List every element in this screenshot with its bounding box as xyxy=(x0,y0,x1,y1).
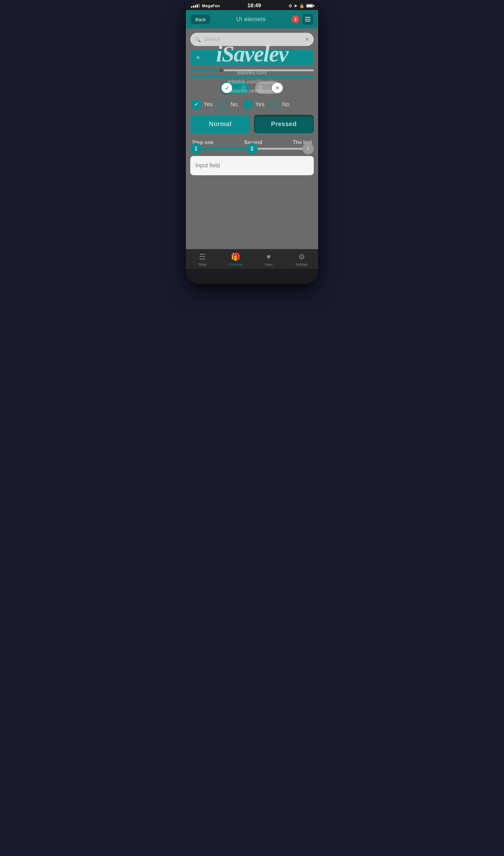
toggle-on[interactable]: ✓ xyxy=(220,82,249,94)
bottom-nav: ☰ Shop 🎁 UI elmnts ♥ Likes ⚙ Settings xyxy=(186,249,318,269)
status-right: ⊙ ➤ 🔒 xyxy=(289,3,313,8)
menu-button[interactable] xyxy=(302,14,313,24)
toggle-off[interactable]: ✕ xyxy=(255,82,284,94)
step-circle-1: 1 xyxy=(190,143,202,154)
step-circle-3: 3 xyxy=(302,143,314,154)
likes-icon: ♥ xyxy=(266,252,271,261)
menu-line-1 xyxy=(305,17,311,18)
settings-icon: ⚙ xyxy=(298,252,305,261)
checkbox-no-item: No xyxy=(218,100,237,109)
nav-header: Back UI elemets 2 xyxy=(186,10,318,28)
checkbox-yes-label: Yes xyxy=(203,101,213,108)
search-bar: 🔍 Search ✕ xyxy=(190,33,314,46)
signal-bar-1 xyxy=(191,6,192,7)
teal-button-label: e xyxy=(197,54,200,60)
phone-frame: MegaFon 18:49 ⊙ ➤ 🔒 Back UI elemets 2 xyxy=(186,0,318,284)
nav-right: 2 xyxy=(292,14,313,24)
checkbox-yes[interactable]: ✓ xyxy=(192,100,201,109)
page-title: UI elemets xyxy=(236,16,266,23)
checkbox-no[interactable] xyxy=(218,100,228,109)
radio-yes[interactable] xyxy=(243,100,253,109)
battery-fill xyxy=(307,5,312,7)
nav-item-ui[interactable]: 🎁 UI elmnts xyxy=(219,252,252,266)
signal-bar-5 xyxy=(198,4,200,7)
ui-icon: 🎁 xyxy=(231,252,240,261)
search-placeholder: Search xyxy=(203,36,302,42)
notification-badge[interactable]: 2 xyxy=(292,15,299,23)
toggle-thumb-off: ✕ xyxy=(272,83,283,93)
radio-no[interactable] xyxy=(270,100,280,109)
settings-label: Settings xyxy=(295,263,308,266)
signal-bar-4 xyxy=(197,4,198,7)
normal-button[interactable]: Normal xyxy=(190,115,250,133)
step-fill xyxy=(195,148,252,150)
ui-label: UI elmnts xyxy=(228,263,242,266)
slider-thumb-1[interactable] xyxy=(218,67,224,73)
buttons-row: Normal Pressed xyxy=(190,115,314,133)
step-circle-2: 2 xyxy=(246,143,258,154)
slider-track-2 xyxy=(190,76,314,77)
back-button[interactable]: Back xyxy=(191,15,210,24)
radio-no-label: No xyxy=(282,101,289,108)
carrier-name: MegaFon xyxy=(202,3,220,8)
search-clear-icon[interactable]: ✕ xyxy=(305,36,309,43)
location-icon: ➤ xyxy=(294,3,298,8)
battery-icon xyxy=(306,4,313,7)
radio-yes-item: Yes xyxy=(243,100,264,109)
step-track: 1 2 3 xyxy=(195,148,309,150)
toggle-lines-left xyxy=(258,86,263,90)
shop-label: Shop xyxy=(198,263,206,266)
search-icon: 🔍 xyxy=(195,37,201,42)
status-left: MegaFon xyxy=(191,3,220,8)
toggle-lines-right xyxy=(241,86,246,90)
nav-item-settings[interactable]: ⚙ Settings xyxy=(285,252,318,266)
toggle-check-icon: ✓ xyxy=(225,85,229,91)
checkbox-yes-item: ✓ Yes xyxy=(192,100,213,109)
signal-bar-3 xyxy=(195,5,196,7)
toggles-row: ✓ ✕ xyxy=(190,82,314,94)
slider-section xyxy=(190,69,314,77)
nav-item-likes[interactable]: ♥ Likes xyxy=(252,252,285,266)
lock-icon: 🔒 xyxy=(299,3,304,8)
main-content: iSavelev isavelev.com/dribbble.com/iSave… xyxy=(186,28,318,249)
likes-label: Likes xyxy=(265,263,273,266)
status-time: 18:49 xyxy=(247,2,261,9)
toggle-x-icon: ✕ xyxy=(275,85,280,91)
radio-no-item: No xyxy=(270,100,289,109)
toggle-thumb-on: ✓ xyxy=(221,83,232,93)
pressed-button[interactable]: Pressed xyxy=(254,115,314,133)
signal-bar-2 xyxy=(193,6,194,7)
checkbox-check: ✓ xyxy=(194,102,198,107)
teal-action-button[interactable]: e xyxy=(190,50,314,65)
signal-bars xyxy=(191,4,200,7)
nav-item-shop[interactable]: ☰ Shop xyxy=(186,252,219,266)
input-field[interactable] xyxy=(190,156,314,175)
menu-line-3 xyxy=(305,21,311,21)
clock-icon: ⊙ xyxy=(289,3,292,8)
controls-row: ✓ Yes No Yes No xyxy=(190,100,314,109)
checkbox-no-label: No xyxy=(230,101,237,108)
slider-fill-1 xyxy=(190,69,221,71)
radio-yes-label: Yes xyxy=(255,101,264,108)
slider-fill-2 xyxy=(190,76,314,77)
menu-line-2 xyxy=(305,19,311,20)
shop-icon: ☰ xyxy=(199,252,206,261)
status-bar: MegaFon 18:49 ⊙ ➤ 🔒 xyxy=(186,0,318,10)
slider-track-1 xyxy=(190,69,314,71)
